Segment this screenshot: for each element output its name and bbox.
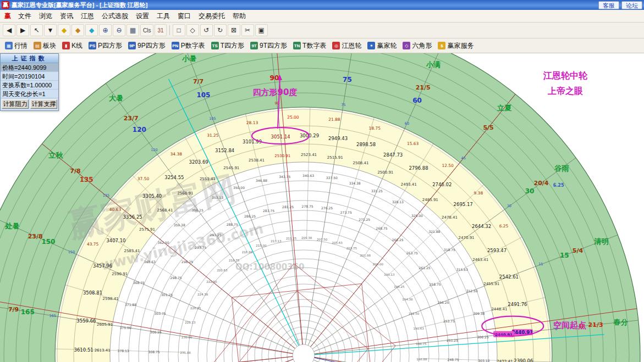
menu-item-设置[interactable]: 设置 — [132, 10, 153, 22]
inner-ring-c-value: 378.13 — [118, 349, 129, 353]
toolbar-button-14[interactable]: ◇ — [186, 24, 199, 36]
tool-P四方形[interactable]: PSP四方形 — [89, 41, 122, 51]
menu-item-资讯[interactable]: 资讯 — [56, 10, 77, 22]
price-ring-degrees-value: 2530.91 — [274, 154, 290, 158]
tool-label: 江恩轮 — [342, 41, 361, 51]
solar-term-date: 23/8 — [28, 233, 43, 240]
quote-panel: 上证指数 价格=2440.9099时间=20190104变换系数=1.00000… — [0, 53, 59, 111]
menu-item-公式选股[interactable]: 公式选股 — [98, 10, 132, 22]
toolbar-button-10[interactable]: Cls — [140, 24, 153, 36]
tool-六角形[interactable]: ◇六角形 — [403, 41, 432, 51]
inner-degree-label: 135 — [103, 193, 109, 198]
toolbar-button-9[interactable]: ▦ — [126, 24, 139, 36]
menu-item-交易委托[interactable]: 交易委托 — [195, 10, 229, 22]
percent-ring-value: 43.75 — [87, 242, 99, 247]
inner-ring-d-value: 258.75 — [430, 282, 441, 286]
inner-degree-label: 45 — [461, 156, 466, 160]
inner-ring-e-value: 186.88 — [416, 358, 427, 361]
inner-degree-label: 150 — [68, 250, 75, 254]
inner-degree-label: 105 — [209, 116, 216, 121]
menu-item-窗口[interactable]: 窗口 — [174, 10, 195, 22]
tool-label: 赢家轮 — [377, 41, 397, 51]
menu-item-帮助[interactable]: 帮助 — [229, 10, 250, 22]
toolbar-button-15[interactable]: ↺ — [200, 24, 213, 36]
toolbar-button-6[interactable]: ◆ — [85, 24, 98, 36]
tool-T数字表[interactable]: TNT数字表 — [293, 41, 326, 51]
solar-term-label: 小暑 — [181, 54, 196, 63]
menu-items: 文件浏览资讯江恩公式选股设置工具窗口交易委托帮助 — [14, 10, 250, 22]
quote-panel-rows: 价格=2440.9099时间=20190104变换系数=1.00000周天变化步… — [1, 63, 58, 98]
inner-ring-e-value: 215.00 — [256, 244, 267, 247]
forum-button[interactable]: 论坛 — [621, 1, 642, 9]
degree-label: 90 — [270, 74, 279, 82]
inner-ring-e-value: 226.25 — [190, 307, 201, 310]
toolbar-button-11[interactable]: 31 — [155, 24, 166, 36]
degree-label: 105 — [196, 91, 210, 99]
inner-ring-c-value: 375.00 — [120, 326, 131, 330]
tool-K线[interactable]: ▮K线 — [62, 41, 82, 51]
tool-T四方形[interactable]: TST四方形 — [211, 41, 244, 51]
degree-label: 30 — [525, 187, 535, 195]
tool-赢家服务[interactable]: $赢家服务 — [438, 41, 474, 51]
inner-ring-d-value: 273.75 — [340, 210, 352, 214]
toolbar-button-3[interactable]: ▼ — [44, 24, 57, 36]
solar-term-label: 小满 — [426, 60, 441, 69]
gann-wheel-canvas[interactable]: 赢家财富网www.yingjia360.comQQ:1008003602390.… — [0, 53, 644, 362]
inner-ring-c-value: 371.88 — [125, 303, 136, 307]
inner-ring-d-value: 276.25 — [321, 206, 333, 210]
solar-term-date: 20/4 — [534, 180, 549, 187]
menu-item-浏览[interactable]: 浏览 — [35, 10, 56, 22]
calc-support-button[interactable]: 计算支撑 — [30, 99, 57, 109]
toolbar-button-16[interactable]: ↻ — [214, 24, 227, 36]
price-ring-outer-value: 3152.84 — [215, 148, 234, 153]
solar-term-date: 5/5 — [483, 124, 493, 131]
inner-ring-d-value: 266.25 — [392, 238, 404, 242]
inner-ring-e-value: 222.50 — [206, 280, 217, 283]
inner-ring-e-value: 211.25 — [286, 237, 297, 240]
price-ring-degrees-value: 2583.41 — [124, 249, 140, 253]
toolbar-button-4[interactable]: ◆ — [58, 24, 70, 36]
inner-ring-d-value: 281.25 — [282, 205, 294, 209]
menu-item-工具[interactable]: 工具 — [153, 10, 174, 22]
inner-ring-e-value: 207.50 — [317, 238, 328, 241]
toolbar-button-8[interactable]: ⊖ — [113, 24, 125, 36]
toolbar-button-2[interactable]: ↖ — [30, 24, 43, 36]
tool-9P四方形[interactable]: 9P9P四方形 — [128, 41, 166, 51]
percent-ring-value: 31.25 — [207, 133, 219, 138]
toolbar-button-19[interactable]: ▣ — [255, 24, 268, 36]
tool-板块[interactable]: ▤板块 — [34, 41, 56, 51]
toolbar-button-5[interactable]: ◆ — [71, 24, 84, 36]
customer-service-button[interactable]: 客服 — [598, 1, 619, 9]
percent-ring-value: 34.38 — [170, 152, 182, 157]
price-ring-degrees-value: 2433.41 — [497, 359, 513, 362]
toolbar-button-18[interactable]: ✂ — [241, 24, 254, 36]
toolbar-button-1[interactable]: ▶ — [16, 24, 29, 36]
calc-resistance-button[interactable]: 计算阻力 — [2, 99, 29, 109]
P数字表-icon: PN — [172, 42, 179, 49]
toolbar-button-7[interactable]: ⊕ — [99, 24, 112, 36]
inner-degree-label: 15 — [538, 262, 543, 266]
price-ring-degrees-value: 2515.91 — [327, 155, 343, 160]
tool-江恩轮[interactable]: ◎江恩轮 — [332, 41, 361, 51]
inner-ring-c-value: 309.38 — [473, 311, 485, 315]
inner-ring-c-value: 321.88 — [428, 230, 440, 233]
price-ring-degrees-value: 2448.41 — [491, 307, 507, 311]
toolbar-button-0[interactable]: ◀ — [3, 24, 15, 36]
inner-ring-d-value: 251.25 — [447, 338, 458, 342]
toolbar-button-13[interactable]: □ — [173, 24, 185, 36]
menu-item-文件[interactable]: 文件 — [14, 10, 35, 22]
tool-9T四方形[interactable]: 9T9T四方形 — [250, 41, 287, 51]
tool-P数字表[interactable]: PNP数字表 — [172, 41, 205, 51]
tool-行情[interactable]: ▦行情 — [5, 41, 27, 51]
赢家服务-icon: $ — [438, 42, 445, 49]
quote-field-0: 价格=2440.9099 — [1, 63, 58, 72]
inner-ring-e-value: 203.75 — [346, 247, 357, 250]
tool-label: 板块 — [43, 41, 56, 51]
inner-ring-d-value: 253.75 — [443, 319, 455, 323]
menu-item-江恩[interactable]: 江恩 — [77, 10, 98, 22]
chart-area[interactable]: 赢家财富网www.yingjia360.comQQ:1008003602390.… — [0, 53, 644, 362]
toolbar-button-17[interactable]: ⊠ — [228, 24, 240, 36]
inner-ring-d-value: 268.75 — [376, 226, 388, 230]
tool-赢家轮[interactable]: ✶赢家轮 — [367, 41, 397, 51]
solar-term-label: 春分 — [613, 318, 629, 326]
